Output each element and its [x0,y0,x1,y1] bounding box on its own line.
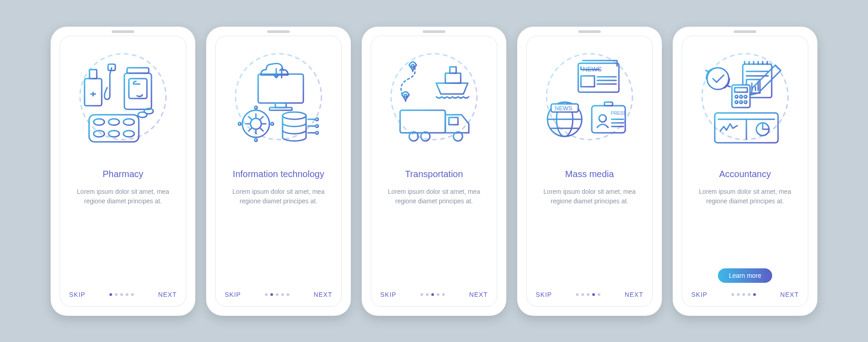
skip-button[interactable]: SKIP [691,291,708,298]
svg-rect-19 [269,108,292,110]
next-button[interactable]: NEXT [469,291,488,298]
svg-rect-43 [581,76,594,87]
dot[interactable] [592,293,595,296]
phone-mockup: Transportation Lorem ipsum dolor sit ame… [362,27,506,316]
skip-button[interactable]: SKIP [225,291,241,298]
svg-point-25 [255,139,257,141]
screen-description: Lorem ipsum dolor sit amet, mea regione … [69,187,177,206]
svg-point-31 [411,65,414,67]
dot[interactable] [426,293,429,296]
dot[interactable] [576,293,579,296]
phone-speaker [112,30,134,33]
screen-title: Transportation [405,168,463,180]
nav-row: SKIP NEXT [691,291,799,298]
dot[interactable] [442,293,445,296]
phone-mockup: NEWS NEWS [517,27,662,316]
svg-point-0 [80,54,166,140]
dot[interactable] [737,293,740,296]
phone-speaker [578,30,601,33]
svg-point-50 [599,115,606,122]
media-icon: NEWS NEWS [538,52,642,155]
nav-row: SKIP NEXT [225,291,332,298]
skip-button[interactable]: SKIP [536,291,552,298]
it-icon [226,52,330,155]
dot[interactable] [120,293,123,296]
screen-description: Lorem ipsum dolor sit amet, mea regione … [691,187,799,206]
screen-description: Lorem ipsum dolor sit amet, mea regione … [380,187,488,206]
dot[interactable] [742,293,745,296]
dot[interactable] [598,293,600,296]
svg-rect-36 [449,117,458,125]
pagination-dots [109,293,134,296]
phone-speaker [423,30,445,33]
nav-row: SKIP NEXT [536,291,643,298]
dot[interactable] [731,293,734,296]
svg-rect-49 [604,102,613,106]
dot[interactable] [281,293,284,296]
nav-row: SKIP NEXT [380,291,488,298]
svg-text:PRESS: PRESS [611,111,626,116]
dot[interactable] [748,293,750,296]
svg-rect-5 [127,68,149,73]
dot[interactable] [437,293,439,296]
next-button[interactable]: NEXT [780,291,799,298]
svg-point-24 [271,122,274,125]
dot[interactable] [109,293,112,296]
skip-button[interactable]: SKIP [69,291,85,298]
dot[interactable] [581,293,584,296]
dot[interactable] [126,293,128,296]
pagination-dots [731,293,756,296]
dot[interactable] [115,293,118,296]
next-button[interactable]: NEXT [625,291,643,298]
skip-button[interactable]: SKIP [380,291,396,298]
pagination-dots [265,293,289,296]
screen-description: Lorem ipsum dolor sit amet, mea regione … [536,187,643,206]
pagination-dots [576,293,600,296]
svg-point-8 [138,112,147,117]
svg-point-27 [316,118,318,121]
dot[interactable] [431,293,434,296]
svg-text:NEWS: NEWS [555,105,572,112]
svg-text:NEWS: NEWS [583,66,602,73]
learn-more-button[interactable]: Learn more [718,268,772,283]
svg-point-23 [238,122,241,125]
phone-speaker [267,30,290,33]
dot[interactable] [287,293,289,296]
dot[interactable] [753,293,756,296]
next-button[interactable]: NEXT [158,291,177,298]
pharmacy-icon [71,52,175,155]
svg-point-29 [316,131,318,134]
phone-mockup: Accountancy Lorem ipsum dolor sit amet, … [673,27,817,316]
dot[interactable] [276,293,278,296]
screen-title: Mass media [565,168,614,180]
dot[interactable] [420,293,423,296]
dot[interactable] [270,293,273,296]
svg-point-28 [316,125,318,127]
pagination-dots [420,293,445,296]
svg-rect-33 [445,73,461,83]
svg-rect-17 [258,74,303,103]
screen-description: Lorem ipsum dolor sit amet, mea regione … [225,187,332,206]
phone-mockup: Pharmacy Lorem ipsum dolor sit amet, mea… [51,27,195,316]
onboarding-phones-row: Pharmacy Lorem ipsum dolor sit amet, mea… [33,9,835,334]
next-button[interactable]: NEXT [314,291,332,298]
accountancy-icon [693,52,797,155]
transportation-icon [382,52,486,155]
dot[interactable] [265,293,268,296]
screen-title: Pharmacy [103,168,143,180]
svg-point-12 [123,119,134,125]
nav-row: SKIP NEXT [69,291,177,298]
screen-title: Accountancy [719,168,771,180]
phone-mockup: Information technology Lorem ipsum dolor… [206,27,351,316]
svg-point-21 [250,118,261,129]
svg-rect-34 [450,67,456,73]
screen-title: Information technology [233,168,324,180]
svg-rect-35 [400,110,445,133]
svg-rect-2 [90,70,97,79]
svg-point-10 [94,119,104,125]
dot[interactable] [131,293,134,296]
svg-point-22 [255,106,257,109]
svg-point-11 [108,119,119,125]
svg-point-15 [123,131,134,137]
dot[interactable] [587,293,590,296]
